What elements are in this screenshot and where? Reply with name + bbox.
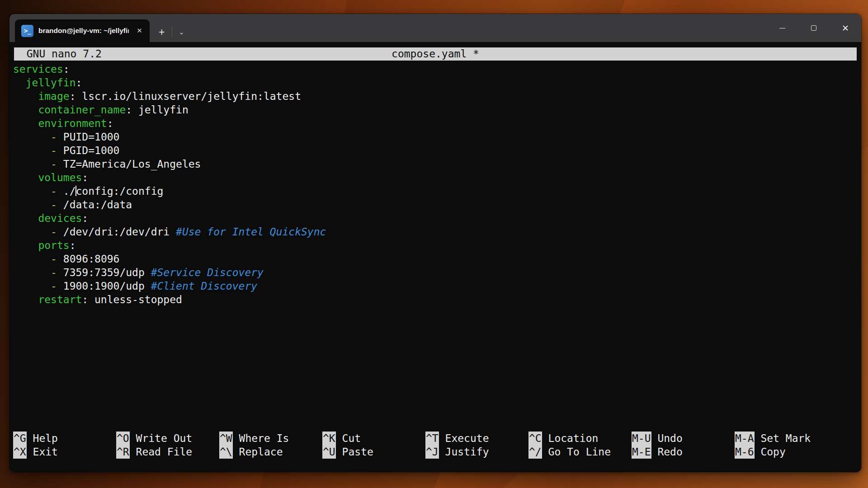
shortcut-key-badge: ^G — [13, 432, 27, 445]
shortcut-label: Execute — [445, 432, 489, 444]
token-text — [13, 172, 38, 183]
editor-line: image: lscr.io/linuxserver/jellyfin:late… — [13, 89, 858, 103]
new-tab-button[interactable]: + — [159, 27, 165, 38]
token-text: PUID=1000 — [57, 131, 119, 143]
shortcut-label: Go To Line — [548, 446, 611, 458]
tab-dropdown-chevron-icon[interactable]: ⌄ — [179, 28, 184, 36]
shortcut-key-badge: M-U — [632, 432, 651, 445]
editor-line: - PUID=1000 — [13, 130, 858, 144]
shortcut-group: ^CLocation^/Go To Line — [528, 432, 632, 459]
shortcut-item: ^GHelp — [13, 432, 116, 445]
shortcut-label: Exit — [33, 446, 58, 458]
token-text: 8096:8096 — [57, 253, 119, 265]
shortcut-group: ^KCut^UPaste — [322, 432, 425, 459]
shortcut-key-badge: ^U — [322, 445, 336, 459]
shortcut-label: Set Mark — [760, 432, 811, 444]
token-text: TZ=America/Los_Angeles — [57, 158, 201, 170]
minimize-button[interactable] — [766, 14, 798, 42]
editor-line: - TZ=America/Los_Angeles — [13, 157, 858, 171]
shortcut-group: ^OWrite Out^RRead File — [116, 432, 219, 459]
token-text — [13, 199, 51, 211]
shortcut-group: M-ASet MarkM-6Copy — [735, 432, 838, 459]
editor-line: environment: — [13, 117, 858, 130]
shortcut-item: ^CLocation — [528, 432, 632, 445]
shortcut-item: ^WWhere Is — [219, 432, 322, 445]
token-text — [13, 253, 51, 265]
token-dash: - — [51, 280, 57, 292]
token-key: devices — [38, 212, 82, 224]
token-key: image — [38, 90, 69, 102]
shortcut-key-badge: ^C — [528, 432, 542, 445]
token-key: ports — [38, 239, 69, 251]
shortcut-group: M-UUndoM-ERedo — [632, 432, 735, 459]
shortcut-label: Help — [33, 432, 58, 444]
shortcut-key-badge: ^/ — [528, 445, 542, 459]
shortcut-label: Replace — [239, 446, 283, 458]
tab-bar-divider — [172, 27, 172, 37]
close-icon: ✕ — [842, 24, 849, 33]
terminal-tab[interactable]: >_ brandon@jelly-vm: ~/jellyfin ✕ — [15, 19, 150, 42]
token-key: restart — [38, 294, 82, 305]
editor-empty-area — [13, 306, 858, 432]
shortcut-key-badge: M-E — [632, 445, 651, 459]
token-text: : — [82, 172, 88, 183]
token-text: : unless-stopped — [82, 294, 182, 305]
shortcut-item: ^OWrite Out — [116, 432, 219, 445]
close-button[interactable]: ✕ — [830, 14, 861, 42]
shortcut-key-badge: ^K — [322, 432, 336, 445]
shortcut-item: M-6Copy — [735, 445, 838, 459]
token-text — [13, 77, 26, 89]
shortcut-item: ^TExecute — [425, 432, 528, 445]
shortcut-key-badge: ^T — [425, 432, 439, 445]
editor-line: ports: — [13, 239, 858, 252]
window-titlebar: >_ brandon@jelly-vm: ~/jellyfin ✕ + ⌄ ✕ — [9, 14, 861, 42]
token-comment: #Service Discovery — [151, 267, 264, 278]
shortcut-item: ^XExit — [13, 445, 116, 459]
token-text: : jellyfin — [126, 104, 188, 116]
token-dash: - — [51, 185, 57, 197]
editor-line: - ./config:/config — [13, 184, 858, 198]
token-text — [13, 145, 51, 156]
editor-line: restart: unless-stopped — [13, 293, 858, 306]
shortcut-label: Justify — [445, 446, 489, 458]
shortcut-bar: ^GHelp^XExit^OWrite Out^RRead File^WWher… — [13, 432, 858, 459]
editor-line: services: — [13, 62, 858, 76]
shortcut-key-badge: ^J — [425, 445, 439, 459]
shortcut-key-badge: ^X — [13, 445, 27, 459]
shortcut-item: M-ERedo — [632, 445, 735, 459]
token-text — [13, 267, 51, 278]
shortcut-item: M-ASet Mark — [735, 432, 838, 445]
token-text: : — [70, 239, 76, 251]
token-text: config:/config — [76, 185, 164, 197]
shortcut-key-badge: ^R — [116, 445, 130, 459]
editor-line: - /dev/dri:/dev/dri #Use for Intel Quick… — [13, 225, 858, 239]
editor-line: - /data:/data — [13, 198, 858, 211]
token-comment: #Client Discovery — [151, 280, 257, 292]
terminal-screen[interactable]: GNU nano 7.2 compose.yaml * services: je… — [9, 42, 861, 472]
token-text — [13, 185, 51, 197]
nano-version: GNU nano 7.2 — [14, 47, 392, 61]
editor-lines: services: jellyfin: image: lscr.io/linux… — [13, 62, 858, 306]
shortcut-item: ^RRead File — [116, 445, 219, 459]
token-text: : lscr.io/linuxserver/jellyfin:latest — [70, 90, 301, 102]
editor-line: - 7359:7359/udp #Service Discovery — [13, 266, 858, 279]
maximize-button[interactable] — [798, 14, 830, 42]
token-text: /data:/data — [57, 199, 132, 211]
token-dash: - — [51, 199, 57, 211]
shortcut-key-badge: M-6 — [735, 445, 755, 459]
shortcut-group: ^TExecute^JJustify — [425, 432, 528, 459]
token-text — [13, 131, 51, 143]
tab-close-icon[interactable]: ✕ — [134, 25, 145, 37]
editor-line: devices: — [13, 211, 858, 225]
token-key: container_name — [38, 104, 126, 116]
shortcut-group: ^GHelp^XExit — [13, 432, 116, 459]
token-text: : — [82, 212, 88, 224]
shortcut-label: Write Out — [136, 432, 193, 444]
shortcut-label: Undo — [657, 432, 682, 444]
shortcut-item: ^JJustify — [425, 445, 528, 459]
shortcut-item: ^/Go To Line — [528, 445, 632, 459]
editor-line: volumes: — [13, 171, 858, 184]
shortcut-label: Location — [548, 432, 599, 444]
editor-line: jellyfin: — [13, 76, 858, 89]
terminal-window: >_ brandon@jelly-vm: ~/jellyfin ✕ + ⌄ ✕ … — [9, 14, 862, 473]
